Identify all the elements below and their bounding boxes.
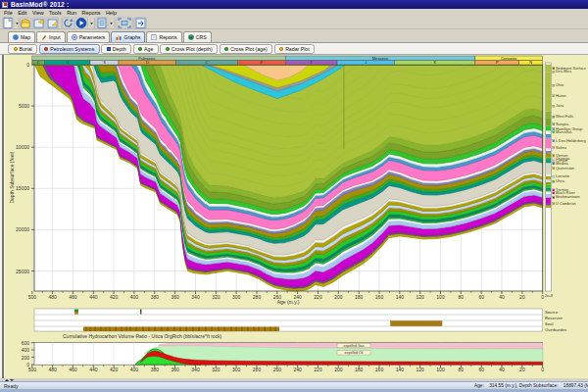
svg-text:200: 200 [334, 294, 343, 300]
svg-text:Java: Java [556, 103, 564, 108]
svg-text:5000: 5000 [19, 103, 29, 109]
svg-text:320: 320 [212, 367, 220, 372]
svg-text:80: 80 [459, 367, 465, 372]
svg-text:180: 180 [355, 367, 364, 372]
svg-text:360: 360 [171, 367, 179, 372]
svg-text:340: 340 [191, 367, 200, 372]
svg-text:420: 420 [110, 367, 119, 372]
svg-text:expelled Gas: expelled Gas [344, 344, 365, 348]
svg-text:160: 160 [375, 294, 384, 300]
svg-text:40: 40 [499, 367, 505, 372]
svg-text:Marcellus: Marcellus [556, 129, 572, 134]
svg-text:460: 460 [69, 294, 77, 300]
svg-text:Age (m.y.): Age (m.y.) [277, 299, 300, 305]
svg-text:10000: 10000 [16, 144, 29, 150]
svg-text:60: 60 [478, 367, 484, 372]
svg-text:400: 400 [22, 347, 30, 353]
svg-text:280: 280 [253, 367, 262, 372]
svg-text:25000: 25000 [16, 269, 29, 274]
svg-text:480: 480 [48, 294, 57, 300]
svg-text:440: 440 [89, 367, 98, 372]
svg-text:L Dev-Helderberg: L Dev-Helderberg [556, 138, 586, 143]
svg-text:Dev-Miss: Dev-Miss [556, 69, 571, 74]
svg-text:500: 500 [28, 294, 37, 300]
svg-text:360: 360 [171, 294, 179, 300]
svg-text:C: C [206, 60, 209, 65]
svg-text:240: 240 [293, 367, 302, 372]
svg-text:O: O [66, 60, 69, 65]
svg-text:100: 100 [436, 294, 445, 300]
svg-text:Reservoir: Reservoir [545, 316, 564, 320]
svg-text:C: C [37, 60, 40, 65]
svg-text:15000: 15000 [16, 185, 29, 191]
svg-text:20: 20 [519, 367, 525, 372]
svg-text:West Falls: West Falls [556, 114, 573, 119]
svg-text:0: 0 [541, 367, 544, 372]
svg-text:Overburden: Overburden [545, 327, 567, 332]
svg-text:Depth Subsurface (feet): Depth Subsurface (feet) [9, 151, 15, 203]
svg-text:100: 100 [436, 367, 445, 372]
svg-text:420: 420 [110, 294, 119, 300]
svg-text:380: 380 [151, 294, 160, 300]
svg-text:2e+8: 2e+8 [545, 294, 553, 298]
svg-text:480: 480 [48, 367, 57, 372]
svg-text:0: 0 [26, 362, 29, 368]
svg-text:Mesozoic: Mesozoic [372, 56, 389, 61]
svg-text:J: J [365, 60, 367, 65]
svg-text:300: 300 [232, 294, 241, 300]
svg-text:20: 20 [519, 294, 525, 300]
svg-text:340: 340 [191, 294, 200, 300]
svg-text:K: K [433, 60, 436, 65]
svg-text:P: P [496, 60, 499, 65]
svg-text:Utica: Utica [556, 178, 565, 183]
svg-text:Salina: Salina [556, 145, 567, 150]
svg-text:160: 160 [375, 367, 384, 372]
svg-text:D: D [146, 60, 149, 65]
svg-text:expelled Oil: expelled Oil [345, 351, 364, 355]
svg-text:600: 600 [22, 340, 30, 346]
svg-text:440: 440 [89, 294, 98, 300]
svg-text:S: S [103, 60, 106, 65]
svg-text:120: 120 [416, 367, 425, 372]
svg-text:0: 0 [541, 294, 544, 300]
svg-text:140: 140 [396, 294, 405, 300]
svg-text:220: 220 [314, 367, 322, 372]
svg-text:280: 280 [253, 294, 262, 300]
svg-text:140: 140 [396, 367, 405, 372]
svg-text:80: 80 [459, 294, 465, 300]
svg-text:Source: Source [545, 310, 559, 315]
svg-text:P: P [260, 60, 263, 65]
svg-text:Huron: Huron [556, 93, 566, 98]
svg-text:400: 400 [130, 367, 139, 372]
svg-text:220: 220 [314, 294, 322, 300]
svg-text:120: 120 [416, 294, 425, 300]
svg-text:0: 0 [26, 62, 29, 68]
svg-text:N: N [529, 60, 532, 65]
svg-text:Beekmantown: Beekmantown [556, 194, 580, 199]
svg-text:200: 200 [334, 367, 343, 372]
svg-text:Seal: Seal [545, 321, 553, 326]
svg-text:180: 180 [355, 294, 364, 300]
svg-text:40: 40 [499, 294, 505, 300]
svg-text:260: 260 [273, 367, 282, 372]
svg-text:460: 460 [69, 367, 77, 372]
svg-text:380: 380 [151, 367, 160, 372]
svg-text:60: 60 [478, 294, 484, 300]
svg-text:Cumulative Hydrocarbon Volume: Cumulative Hydrocarbon Volume Ratio - Ut… [63, 333, 222, 339]
svg-text:300: 300 [232, 367, 241, 372]
svg-text:Cenozoic: Cenozoic [501, 56, 517, 61]
svg-text:200: 200 [22, 355, 30, 361]
svg-text:Queenston: Queenston [556, 166, 574, 171]
svg-text:400: 400 [130, 294, 139, 300]
svg-text:U Cambrian: U Cambrian [556, 201, 576, 206]
svg-text:320: 320 [212, 294, 220, 300]
svg-text:Ohio: Ohio [556, 82, 564, 87]
svg-text:20000: 20000 [16, 226, 29, 232]
